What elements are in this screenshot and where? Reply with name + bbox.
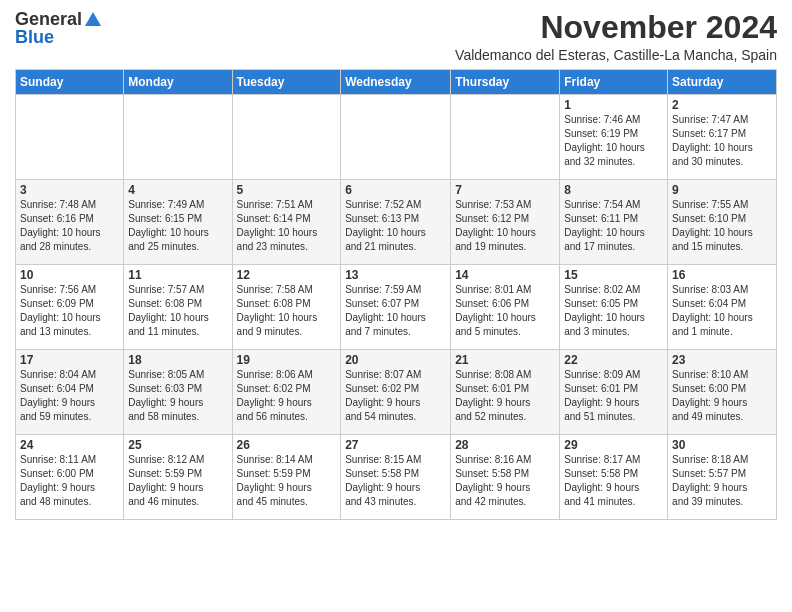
day-number: 15 xyxy=(564,268,663,282)
logo-general-text: General xyxy=(15,10,82,28)
day-info: Sunrise: 7:54 AMSunset: 6:11 PMDaylight:… xyxy=(564,198,663,254)
day-number: 4 xyxy=(128,183,227,197)
day-info: Sunrise: 8:10 AMSunset: 6:00 PMDaylight:… xyxy=(672,368,772,424)
day-info: Sunrise: 7:49 AMSunset: 6:15 PMDaylight:… xyxy=(128,198,227,254)
calendar: Sunday Monday Tuesday Wednesday Thursday… xyxy=(15,69,777,520)
day-info: Sunrise: 8:17 AMSunset: 5:58 PMDaylight:… xyxy=(564,453,663,509)
svg-marker-0 xyxy=(85,12,101,26)
day-number: 21 xyxy=(455,353,555,367)
col-thursday: Thursday xyxy=(451,70,560,95)
day-number: 17 xyxy=(20,353,119,367)
calendar-cell: 30Sunrise: 8:18 AMSunset: 5:57 PMDayligh… xyxy=(668,435,777,520)
day-info: Sunrise: 8:16 AMSunset: 5:58 PMDaylight:… xyxy=(455,453,555,509)
day-info: Sunrise: 8:03 AMSunset: 6:04 PMDaylight:… xyxy=(672,283,772,339)
calendar-cell: 3Sunrise: 7:48 AMSunset: 6:16 PMDaylight… xyxy=(16,180,124,265)
day-number: 9 xyxy=(672,183,772,197)
calendar-cell: 20Sunrise: 8:07 AMSunset: 6:02 PMDayligh… xyxy=(341,350,451,435)
day-info: Sunrise: 8:07 AMSunset: 6:02 PMDaylight:… xyxy=(345,368,446,424)
day-number: 16 xyxy=(672,268,772,282)
logo: General Blue xyxy=(15,10,102,46)
day-info: Sunrise: 8:02 AMSunset: 6:05 PMDaylight:… xyxy=(564,283,663,339)
calendar-cell: 19Sunrise: 8:06 AMSunset: 6:02 PMDayligh… xyxy=(232,350,341,435)
col-sunday: Sunday xyxy=(16,70,124,95)
calendar-cell: 9Sunrise: 7:55 AMSunset: 6:10 PMDaylight… xyxy=(668,180,777,265)
day-number: 5 xyxy=(237,183,337,197)
calendar-cell: 8Sunrise: 7:54 AMSunset: 6:11 PMDaylight… xyxy=(560,180,668,265)
day-number: 26 xyxy=(237,438,337,452)
day-number: 7 xyxy=(455,183,555,197)
logo-blue-text: Blue xyxy=(15,28,54,46)
day-info: Sunrise: 7:58 AMSunset: 6:08 PMDaylight:… xyxy=(237,283,337,339)
calendar-week-4: 17Sunrise: 8:04 AMSunset: 6:04 PMDayligh… xyxy=(16,350,777,435)
calendar-cell: 11Sunrise: 7:57 AMSunset: 6:08 PMDayligh… xyxy=(124,265,232,350)
day-info: Sunrise: 7:47 AMSunset: 6:17 PMDaylight:… xyxy=(672,113,772,169)
calendar-cell: 6Sunrise: 7:52 AMSunset: 6:13 PMDaylight… xyxy=(341,180,451,265)
day-number: 1 xyxy=(564,98,663,112)
calendar-cell xyxy=(232,95,341,180)
calendar-cell: 21Sunrise: 8:08 AMSunset: 6:01 PMDayligh… xyxy=(451,350,560,435)
month-title: November 2024 xyxy=(455,10,777,45)
calendar-cell: 4Sunrise: 7:49 AMSunset: 6:15 PMDaylight… xyxy=(124,180,232,265)
day-number: 2 xyxy=(672,98,772,112)
col-saturday: Saturday xyxy=(668,70,777,95)
col-wednesday: Wednesday xyxy=(341,70,451,95)
day-number: 12 xyxy=(237,268,337,282)
calendar-cell: 28Sunrise: 8:16 AMSunset: 5:58 PMDayligh… xyxy=(451,435,560,520)
day-info: Sunrise: 7:59 AMSunset: 6:07 PMDaylight:… xyxy=(345,283,446,339)
subtitle: Valdemanco del Esteras, Castille-La Manc… xyxy=(455,47,777,63)
day-number: 18 xyxy=(128,353,227,367)
day-number: 3 xyxy=(20,183,119,197)
day-number: 30 xyxy=(672,438,772,452)
calendar-cell: 2Sunrise: 7:47 AMSunset: 6:17 PMDaylight… xyxy=(668,95,777,180)
calendar-cell: 23Sunrise: 8:10 AMSunset: 6:00 PMDayligh… xyxy=(668,350,777,435)
col-friday: Friday xyxy=(560,70,668,95)
day-info: Sunrise: 8:12 AMSunset: 5:59 PMDaylight:… xyxy=(128,453,227,509)
day-number: 6 xyxy=(345,183,446,197)
day-info: Sunrise: 8:01 AMSunset: 6:06 PMDaylight:… xyxy=(455,283,555,339)
calendar-cell: 13Sunrise: 7:59 AMSunset: 6:07 PMDayligh… xyxy=(341,265,451,350)
calendar-cell: 26Sunrise: 8:14 AMSunset: 5:59 PMDayligh… xyxy=(232,435,341,520)
calendar-cell: 25Sunrise: 8:12 AMSunset: 5:59 PMDayligh… xyxy=(124,435,232,520)
day-info: Sunrise: 8:18 AMSunset: 5:57 PMDaylight:… xyxy=(672,453,772,509)
calendar-cell: 24Sunrise: 8:11 AMSunset: 6:00 PMDayligh… xyxy=(16,435,124,520)
calendar-cell: 1Sunrise: 7:46 AMSunset: 6:19 PMDaylight… xyxy=(560,95,668,180)
day-info: Sunrise: 7:46 AMSunset: 6:19 PMDaylight:… xyxy=(564,113,663,169)
calendar-cell: 14Sunrise: 8:01 AMSunset: 6:06 PMDayligh… xyxy=(451,265,560,350)
day-number: 27 xyxy=(345,438,446,452)
logo-triangle-icon xyxy=(84,10,102,28)
day-number: 14 xyxy=(455,268,555,282)
day-info: Sunrise: 8:06 AMSunset: 6:02 PMDaylight:… xyxy=(237,368,337,424)
calendar-week-1: 1Sunrise: 7:46 AMSunset: 6:19 PMDaylight… xyxy=(16,95,777,180)
day-info: Sunrise: 8:11 AMSunset: 6:00 PMDaylight:… xyxy=(20,453,119,509)
day-info: Sunrise: 7:55 AMSunset: 6:10 PMDaylight:… xyxy=(672,198,772,254)
calendar-cell xyxy=(341,95,451,180)
col-monday: Monday xyxy=(124,70,232,95)
day-info: Sunrise: 8:04 AMSunset: 6:04 PMDaylight:… xyxy=(20,368,119,424)
calendar-week-3: 10Sunrise: 7:56 AMSunset: 6:09 PMDayligh… xyxy=(16,265,777,350)
day-number: 24 xyxy=(20,438,119,452)
calendar-cell: 18Sunrise: 8:05 AMSunset: 6:03 PMDayligh… xyxy=(124,350,232,435)
calendar-cell: 15Sunrise: 8:02 AMSunset: 6:05 PMDayligh… xyxy=(560,265,668,350)
calendar-cell: 29Sunrise: 8:17 AMSunset: 5:58 PMDayligh… xyxy=(560,435,668,520)
calendar-cell: 22Sunrise: 8:09 AMSunset: 6:01 PMDayligh… xyxy=(560,350,668,435)
day-info: Sunrise: 7:51 AMSunset: 6:14 PMDaylight:… xyxy=(237,198,337,254)
day-info: Sunrise: 8:08 AMSunset: 6:01 PMDaylight:… xyxy=(455,368,555,424)
day-info: Sunrise: 7:52 AMSunset: 6:13 PMDaylight:… xyxy=(345,198,446,254)
col-tuesday: Tuesday xyxy=(232,70,341,95)
calendar-cell xyxy=(451,95,560,180)
day-info: Sunrise: 7:53 AMSunset: 6:12 PMDaylight:… xyxy=(455,198,555,254)
day-number: 13 xyxy=(345,268,446,282)
calendar-cell: 7Sunrise: 7:53 AMSunset: 6:12 PMDaylight… xyxy=(451,180,560,265)
day-number: 25 xyxy=(128,438,227,452)
day-info: Sunrise: 7:57 AMSunset: 6:08 PMDaylight:… xyxy=(128,283,227,339)
calendar-cell: 27Sunrise: 8:15 AMSunset: 5:58 PMDayligh… xyxy=(341,435,451,520)
day-info: Sunrise: 7:56 AMSunset: 6:09 PMDaylight:… xyxy=(20,283,119,339)
day-info: Sunrise: 8:14 AMSunset: 5:59 PMDaylight:… xyxy=(237,453,337,509)
calendar-cell: 16Sunrise: 8:03 AMSunset: 6:04 PMDayligh… xyxy=(668,265,777,350)
calendar-cell: 17Sunrise: 8:04 AMSunset: 6:04 PMDayligh… xyxy=(16,350,124,435)
calendar-cell: 12Sunrise: 7:58 AMSunset: 6:08 PMDayligh… xyxy=(232,265,341,350)
day-info: Sunrise: 8:05 AMSunset: 6:03 PMDaylight:… xyxy=(128,368,227,424)
header: General Blue November 2024 Valdemanco de… xyxy=(15,10,777,63)
day-number: 10 xyxy=(20,268,119,282)
day-info: Sunrise: 7:48 AMSunset: 6:16 PMDaylight:… xyxy=(20,198,119,254)
